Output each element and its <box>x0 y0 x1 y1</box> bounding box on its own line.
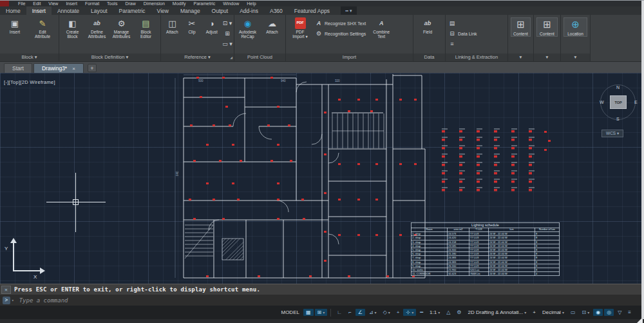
isodraft-icon[interactable]: ◇▾ <box>381 309 393 316</box>
ribbon-tab-layout[interactable]: Layout <box>85 6 113 15</box>
object-snap-tracking-icon[interactable]: + <box>394 309 402 316</box>
menu-item-help[interactable]: Help <box>243 1 260 6</box>
import-panel-caption[interactable]: Import <box>343 54 356 60</box>
command-input[interactable]: Type a command <box>19 297 68 304</box>
ribbon-tab-manage[interactable]: Manage <box>175 6 206 15</box>
drawing-canvas[interactable]: 500940320640 [-][Top][2D Wireframe] Ligh… <box>0 73 644 284</box>
chevron-down-icon[interactable]: ▾ <box>12 298 14 302</box>
block-panel-caption[interactable]: Block ▾ <box>21 54 37 60</box>
grid-display-icon[interactable]: ▦ <box>303 309 314 316</box>
define-attributes-button[interactable]: abDefine Attributes <box>85 16 109 40</box>
location-panel-caption[interactable]: ▾ <box>574 54 577 60</box>
viewcube-east[interactable]: E <box>634 100 638 104</box>
menu-item-window[interactable]: Window <box>219 1 243 6</box>
ribbon-tab-parametric[interactable]: Parametric <box>113 6 151 15</box>
autoscale-icon[interactable]: ⚙ <box>454 309 464 316</box>
adjust-button[interactable]: ◑Adjust <box>202 16 222 35</box>
annotation-scale-button[interactable]: 1:1▾ <box>427 309 442 316</box>
annotation-monitor-button[interactable]: + <box>530 309 538 316</box>
ribbon-options-box[interactable]: ▪▪ ▾ <box>341 6 356 15</box>
ribbon-tab-a360[interactable]: A360 <box>264 6 289 15</box>
field-button[interactable]: abField <box>415 16 440 35</box>
download-from-source-button[interactable]: ≡ <box>447 39 478 48</box>
ribbon-tab-view[interactable]: View <box>151 6 175 15</box>
annotation-visibility-icon[interactable]: △ <box>444 309 453 316</box>
ortho-mode-icon[interactable]: ∠ <box>355 309 365 316</box>
combine-text-button[interactable]: ACombine Text <box>368 16 395 40</box>
app-logo[interactable] <box>0 1 9 6</box>
quick-properties-icon[interactable]: ▭ <box>568 309 578 316</box>
doc-tab-start[interactable]: Start <box>4 63 32 73</box>
viewcube-top-face[interactable]: TOP <box>610 95 627 109</box>
command-input-bar[interactable]: > ▾ Type a command <box>0 295 644 306</box>
content-panel-2-caption[interactable]: ▾ <box>546 54 549 60</box>
viewcube-west[interactable]: W <box>600 100 604 104</box>
reference-panel-caption[interactable]: Reference ▾ <box>184 54 210 60</box>
units-button[interactable]: Decimal▾ <box>540 309 567 316</box>
lineweight-icon[interactable]: ━ <box>417 309 426 316</box>
menu-item-modify[interactable]: Modify <box>169 1 190 6</box>
recognize-shx-text-button[interactable]: ARecognize SHX Text <box>314 19 367 28</box>
attach-button[interactable]: ◫Attach <box>162 16 182 35</box>
new-tab-button[interactable]: + <box>88 64 97 72</box>
ribbon-tab-featured-apps[interactable]: Featured Apps <box>289 6 336 15</box>
extract-data-button[interactable]: ▤ <box>447 19 478 28</box>
menu-item-insert[interactable]: Insert <box>62 1 81 6</box>
workspace-switcher[interactable]: 2D Drafting & Annotati...▾ <box>465 309 529 316</box>
insert-button[interactable]: ▣Insert <box>1 16 28 35</box>
menu-item-parametric[interactable]: Parametric <box>189 1 219 6</box>
manage-attributes-button[interactable]: ⚙Manage Attributes <box>109 16 133 40</box>
frames-button[interactable]: ⊞ <box>222 29 232 38</box>
menu-item-dimension[interactable]: Dimension <box>140 1 169 6</box>
data-link-button[interactable]: ⊟Data Link <box>447 29 478 38</box>
doc-tab-drawing3[interactable]: Drawing3*× <box>33 63 84 73</box>
menu-item-draw[interactable]: Draw <box>121 1 139 6</box>
ribbon-tab-annotate[interactable]: Annotate <box>52 6 85 15</box>
content-button[interactable]: ⊞Content <box>511 17 531 37</box>
linking-extraction-panel-caption[interactable]: Linking & Extraction <box>455 54 498 60</box>
ribbon-tab-output[interactable]: Output <box>206 6 234 15</box>
recognition-settings-button[interactable]: ⚙Recognition Settings <box>314 29 367 38</box>
location-button[interactable]: ⊕Location <box>564 17 587 37</box>
close-command-icon[interactable]: ✕ <box>1 286 11 294</box>
clip-button[interactable]: ✂Clip <box>183 16 202 35</box>
underlay-layers-button[interactable]: ⊡ ▾ <box>222 19 232 28</box>
point-cloud-panel-caption[interactable]: Point Cloud <box>247 54 272 60</box>
pdf-import-button[interactable]: PDFPDF Import ▾ <box>287 16 313 40</box>
filter-icon[interactable]: ▽ <box>615 309 624 316</box>
lock-ui-icon[interactable]: ⊡▾ <box>579 309 592 316</box>
content-panel-caption[interactable]: ▾ <box>520 54 522 60</box>
menu-item-edit[interactable]: Edit <box>29 1 44 6</box>
viewcube[interactable]: N W E S TOP <box>598 78 639 127</box>
block-definition-panel-caption[interactable]: Block Definition ▾ <box>91 54 129 60</box>
ribbon-tab-home[interactable]: Home <box>0 6 26 15</box>
infer-constraints-icon[interactable]: ∟ <box>334 309 345 316</box>
polar-tracking-icon[interactable]: ⊿▾ <box>366 309 379 316</box>
isolate-objects-icon[interactable]: ◉ <box>593 309 603 316</box>
snap-mode-icon[interactable]: ⊞▾ <box>315 309 328 316</box>
menu-item-file[interactable]: File <box>14 1 29 6</box>
content-button-2[interactable]: ⊞Content <box>536 17 558 37</box>
model-button[interactable]: MODEL <box>278 309 301 316</box>
create-block-button[interactable]: ◧Create Block <box>61 16 84 40</box>
block-editor-button[interactable]: ▤Block Editor <box>134 16 158 40</box>
menu-item-format[interactable]: Format <box>81 1 103 6</box>
autodesk-recap-button[interactable]: ◉Autodesk ReCap <box>236 16 260 40</box>
customization-icon[interactable]: ≡ <box>625 309 634 316</box>
command-customize-icon[interactable]: > <box>3 297 10 304</box>
wcs-menu[interactable]: WCS ▾ <box>601 130 623 137</box>
object-snap-icon[interactable]: ⊹▾ <box>403 309 416 316</box>
ribbon-tab-add-ins[interactable]: Add-ins <box>234 6 264 15</box>
panel-launcher-icon[interactable]: ◢ <box>230 55 232 59</box>
viewcube-north[interactable]: N <box>616 85 620 90</box>
dynamic-input-icon[interactable]: ⌐ <box>346 309 354 316</box>
menu-item-view[interactable]: View <box>44 1 62 6</box>
menu-item-tools[interactable]: Tools <box>103 1 121 6</box>
close-tab-icon[interactable]: × <box>72 66 75 72</box>
viewcube-south[interactable]: S <box>616 117 620 121</box>
snap-to-underlays-button[interactable]: ▭ ▾ <box>222 39 232 48</box>
ribbon-tab-insert[interactable]: Insert <box>26 6 52 15</box>
edit-attribute-button[interactable]: ✎Edit Attribute <box>29 16 56 40</box>
viewport-controls[interactable]: [-][Top][2D Wireframe] <box>4 79 55 85</box>
attach-point-cloud-button[interactable]: ☁Attach <box>260 16 284 35</box>
